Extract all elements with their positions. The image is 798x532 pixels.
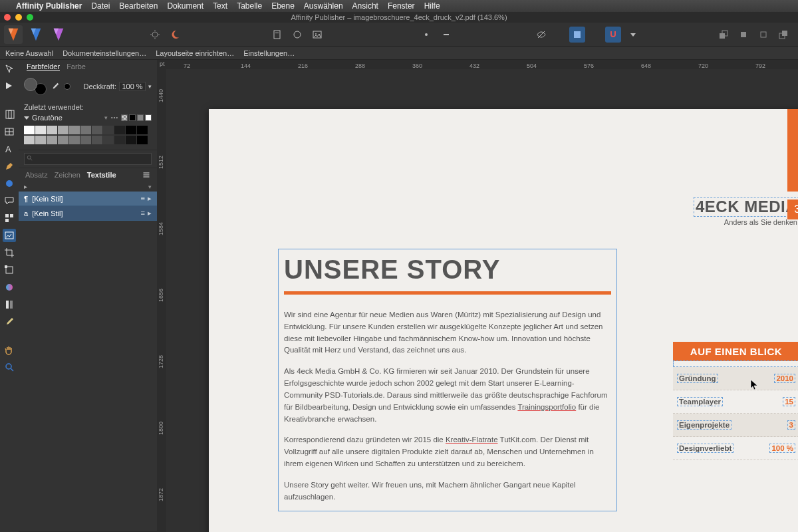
vector-crop-tool-icon[interactable] [3,263,16,277]
glance-sidebar[interactable]: AUF EINEN BLICK Gründung 2010 Teamplayer… [673,342,798,460]
menu-bearbeiten[interactable]: Bearbeiten [119,1,158,11]
dark-ui-icon[interactable] [167,27,183,43]
document-page[interactable]: 4ECK MEDIA Anders als Sie denken. 3 UNSE… [209,109,798,532]
gray-swatch[interactable] [137,114,144,121]
photo-persona-icon[interactable] [49,25,68,44]
menu-ansicht[interactable]: Ansicht [352,1,378,11]
gray-swatch[interactable] [69,136,80,144]
gray-swatch[interactable] [126,126,136,134]
asset-tool-icon[interactable] [3,211,16,225]
menu-ebene[interactable]: Ebene [271,1,295,11]
insert-image-icon[interactable] [309,27,325,43]
none-swatch[interactable] [121,114,128,121]
menu-hilfe[interactable]: Hilfe [424,1,440,11]
swatches-tab[interactable]: Farbfelder [27,63,60,71]
context-preferences[interactable]: Einstellungen… [243,49,295,57]
menu-auswaehlen[interactable]: Auswählen [304,1,343,11]
gray-swatch[interactable] [35,136,46,144]
app-name[interactable]: Affinity Publisher [16,1,82,11]
callout-tool-icon[interactable] [3,194,16,207]
crop-tool-icon[interactable] [3,246,16,259]
pan-tool-icon[interactable] [3,343,16,356]
gray-swatch[interactable] [69,126,80,134]
page-tool-icon[interactable] [3,108,16,121]
menu-fenster[interactable]: Fenster [388,1,415,11]
paragraph-tab[interactable]: Absatz [25,171,48,179]
eyedropper-icon[interactable] [51,82,60,91]
arrange-back-icon[interactable] [716,27,732,43]
palette-select[interactable]: Grautöne [32,114,102,122]
panel-menu-icon[interactable] [142,171,150,179]
menu-tabelle[interactable]: Tabelle [237,1,262,11]
insert-document-icon[interactable] [269,27,285,43]
gray-swatch[interactable] [103,126,114,134]
black-swatch[interactable] [129,114,136,121]
dash-icon[interactable] [438,27,454,43]
pen-tool-icon[interactable] [3,160,16,173]
textstyle-item[interactable]: ¶ [Kein Stil] ≡▸ [19,192,157,206]
light-ui-icon[interactable] [147,27,163,43]
preview-mode-icon[interactable] [533,27,549,43]
white-swatch[interactable] [145,114,152,121]
gray-swatch[interactable] [126,136,136,144]
artistic-text-tool-icon[interactable]: A [3,142,16,156]
gray-swatch[interactable] [80,136,91,144]
horizontal-ruler[interactable]: pt 72144216288360432504576648720792 [157,60,798,69]
gray-swatch[interactable] [92,126,102,134]
character-tab[interactable]: Zeichen [55,171,80,179]
gray-swatch[interactable] [58,126,68,134]
gray-swatch[interactable] [80,126,91,134]
context-layout-page[interactable]: Layoutseite einrichten… [156,49,234,57]
designer-persona-icon[interactable] [27,25,45,44]
menu-text[interactable]: Text [213,1,227,11]
snapping-dropdown-icon[interactable] [625,27,641,43]
textstyles-tab[interactable]: Textstile [87,171,116,179]
document-viewport[interactable]: 4ECK MEDIA Anders als Sie denken. 3 UNSE… [166,69,798,532]
transparency-tool-icon[interactable] [3,298,16,311]
gray-swatch[interactable] [24,126,35,134]
palette-options-icon[interactable] [110,114,118,122]
gray-swatch[interactable] [47,126,57,134]
brand-title[interactable]: 4ECK MEDIA [694,197,798,217]
arrange-front-icon[interactable] [775,27,791,43]
arrange-backward-icon[interactable] [735,27,751,43]
recent-color-swatch[interactable] [64,83,70,90]
gray-swatch[interactable] [137,136,148,144]
dot-icon[interactable] [418,27,434,43]
gray-swatch[interactable] [24,136,35,144]
table-tool-icon[interactable] [3,125,16,138]
zoom-window-button[interactable] [27,14,33,21]
textstyle-item[interactable]: a [Kein Stil] ≡▸ [19,206,157,221]
gray-swatch[interactable] [35,126,46,134]
move-tool-icon[interactable] [3,63,16,76]
publisher-persona-icon[interactable] [4,25,23,44]
context-doc-settings[interactable]: Dokumenteinstellungen… [63,49,146,57]
gray-swatch[interactable] [103,136,114,144]
story-text-frame[interactable]: UNSERE STORY Wir sind eine Agentur für n… [278,249,617,511]
search-input[interactable] [24,153,152,165]
style-collapse-icon[interactable]: ▸ [24,183,27,190]
fill-tool-icon[interactable] [3,281,16,294]
color-tab[interactable]: Farbe [66,63,86,71]
snapping-icon[interactable] [605,27,621,43]
palette-dropdown-icon[interactable] [24,116,29,120]
arrange-forward-icon[interactable] [755,27,771,43]
close-window-button[interactable] [4,14,11,21]
shape-tool-icon[interactable] [3,177,16,190]
gray-swatch[interactable] [137,126,148,134]
zoom-tool-icon[interactable] [3,360,16,374]
fill-stroke-swatch[interactable] [24,78,47,95]
gray-swatch[interactable] [92,136,102,144]
insert-ellipse-icon[interactable] [289,27,305,43]
node-tool-icon[interactable] [3,80,16,93]
menu-dokument[interactable]: Dokument [167,1,203,11]
vertical-ruler[interactable]: 1440151215841656172818001872 [157,69,166,532]
menu-datei[interactable]: Datei [91,1,110,11]
place-image-tool-icon[interactable] [3,229,16,242]
gray-swatch[interactable] [114,136,125,144]
color-picker-tool-icon[interactable] [3,315,16,329]
gray-swatch[interactable] [114,126,125,134]
opacity-input[interactable] [119,82,146,91]
clip-canvas-icon[interactable] [569,27,585,43]
minimize-window-button[interactable] [15,14,22,21]
